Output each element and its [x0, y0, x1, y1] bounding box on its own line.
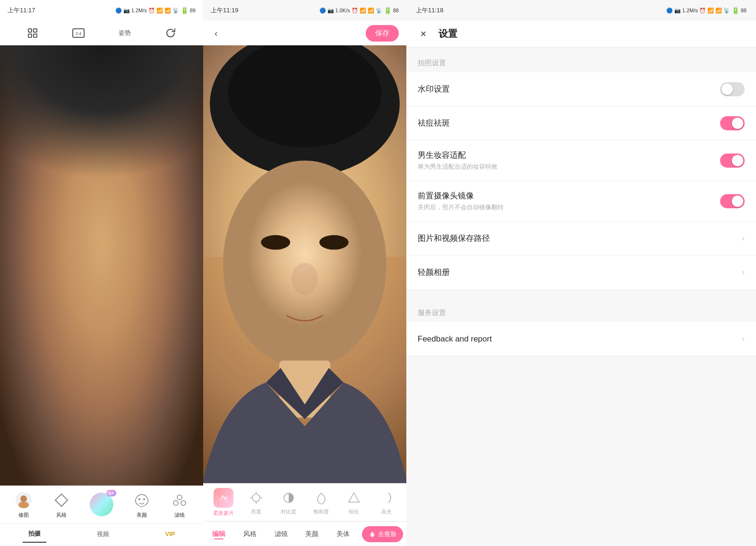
battery-right: 88: [741, 8, 747, 13]
settings-item-save-path[interactable]: 图片和视频保存路径 ›: [406, 222, 756, 256]
camera-panel: 上午11:17 🔵 📷 1.2M/s ⏰ 📶 📶 📡 🔋 89: [0, 0, 203, 546]
feedback-right: ›: [742, 334, 745, 344]
male-makeup-left: 男生妆容适配 将为男生适配合适的妆容特效: [418, 150, 498, 171]
svg-rect-6: [0, 45, 203, 486]
tab-video[interactable]: 视频: [91, 526, 115, 542]
svg-point-34: [252, 494, 260, 502]
feedback-title: Feedback and report: [418, 334, 492, 344]
edit-tool-saturation-label: 饱和度: [313, 508, 329, 515]
tool-beauty-face[interactable]: 美颜: [132, 491, 151, 519]
svg-rect-14: [76, 361, 128, 419]
slim-face-button[interactable]: 去瘦脸: [362, 526, 403, 542]
edit-tool-touchup[interactable]: 柔肤废片: [210, 488, 237, 517]
toolbar-refresh[interactable]: [164, 26, 177, 40]
time-right: 上午11:18: [416, 6, 444, 15]
svg-point-11: [58, 236, 87, 251]
male-makeup-subtitle: 将为男生适配合适的妆容特效: [418, 162, 498, 171]
acne-right: [720, 116, 745, 130]
tool-style-label: 风格: [56, 512, 67, 519]
toolbar-pose[interactable]: 姿势: [118, 26, 131, 40]
edit-tool-highlight[interactable]: 高光: [373, 489, 400, 515]
bottom-tools-row: 修图 风格 QA: [0, 486, 203, 523]
edit-tool-saturation[interactable]: 饱和度: [308, 489, 335, 515]
save-button[interactable]: 保存: [366, 25, 399, 42]
settings-item-feedback[interactable]: Feedback and report ›: [406, 322, 756, 356]
speed-mid: 1.0K/s: [335, 8, 350, 13]
editor-tab-filter[interactable]: 滤镜: [269, 526, 293, 542]
acne-toggle[interactable]: [720, 116, 745, 130]
beauty-icon: [132, 491, 151, 510]
svg-rect-2: [28, 34, 32, 37]
tab-vip[interactable]: VIP: [160, 527, 181, 541]
settings-item-male-makeup: 男生妆容适配 将为男生适配合适的妆容特效: [406, 140, 756, 181]
toolbar-ratio[interactable]: 3:4: [72, 26, 85, 40]
camera-face-image: [0, 45, 203, 486]
tool-edit[interactable]: 修图: [14, 491, 33, 519]
settings-item-acne: 祛痘祛斑: [406, 106, 756, 140]
edit-tool-contrast[interactable]: 对比度: [275, 489, 302, 515]
bottom-tabs: 拍摄 视频 VIP: [0, 523, 203, 544]
speed-left: 1.2M/s: [131, 8, 147, 13]
watermark-toggle[interactable]: [720, 82, 745, 96]
tab-photo[interactable]: 拍摄: [23, 526, 46, 543]
back-button[interactable]: ‹: [211, 26, 222, 41]
settings-nav: × 设置: [406, 21, 756, 47]
edit-tool-highlight-label: 高光: [381, 508, 392, 515]
svg-point-13: [87, 262, 116, 299]
highlight-icon: [378, 489, 395, 506]
svg-rect-7: [0, 265, 203, 486]
edit-tool-sharpness-label: 锐化: [349, 508, 359, 515]
svg-rect-1: [34, 29, 37, 32]
tool-beauty-main[interactable]: QA: [90, 493, 113, 516]
editor-tab-body[interactable]: 美体: [331, 526, 355, 542]
watermark-right: [720, 82, 745, 96]
section-spacer-2: [406, 356, 756, 364]
battery-mid: 88: [393, 8, 399, 13]
edit-tool-sharpness[interactable]: 锐化: [341, 489, 367, 515]
contrast-icon: [280, 489, 297, 506]
close-button[interactable]: ×: [416, 26, 431, 42]
svg-point-8: [6, 45, 197, 178]
svg-point-10: [21, 163, 182, 368]
diamond-icon: [52, 491, 71, 510]
settings-item-watermark: 水印设置: [406, 72, 756, 106]
camera-toolbar: 3:4 姿势: [0, 21, 203, 45]
camera-preview: [0, 45, 203, 486]
bottom-controls: 修图 风格 QA: [0, 486, 203, 546]
edit-tool-brightness-label: 亮度: [251, 508, 261, 515]
editor-preview: [203, 45, 406, 483]
front-mirror-toggle[interactable]: [720, 194, 745, 208]
watermark-left: 水印设置: [418, 84, 450, 94]
editor-nav: ‹ 保存: [203, 21, 406, 45]
settings-content: 拍照设置 水印设置 祛痘祛斑: [406, 47, 756, 546]
tool-filter[interactable]: 滤镜: [170, 491, 189, 519]
male-makeup-toggle[interactable]: [720, 154, 745, 168]
front-mirror-subtitle: 关闭后，照片不会自动镜像翻转: [418, 203, 504, 212]
settings-item-album[interactable]: 轻颜相册 ›: [406, 256, 756, 290]
svg-point-9: [28, 45, 175, 141]
edit-tool-brightness[interactable]: 亮度: [243, 489, 269, 515]
editor-tab-beauty[interactable]: 美颜: [300, 526, 324, 542]
toggle-knob: [732, 118, 743, 129]
male-makeup-right: [720, 154, 745, 168]
acne-left: 祛痘祛斑: [418, 118, 450, 128]
svg-marker-40: [349, 493, 359, 502]
section-spacer: [406, 290, 756, 297]
chevron-right-icon: ›: [742, 233, 745, 243]
svg-point-16: [20, 495, 27, 502]
saturation-icon: [313, 489, 330, 506]
menu-icon: [26, 26, 39, 40]
tool-edit-label: 修图: [18, 512, 29, 519]
svg-point-22: [173, 501, 178, 505]
tool-style[interactable]: 风格: [52, 491, 71, 519]
acne-title: 祛痘祛斑: [418, 118, 450, 128]
toolbar-menu[interactable]: [26, 26, 39, 40]
editor-tab-edit[interactable]: 编辑: [206, 526, 231, 542]
ratio-icon: 3:4: [72, 26, 85, 40]
status-bar-left: 上午11:17 🔵 📷 1.2M/s ⏰ 📶 📶 📡 🔋 89: [0, 0, 203, 21]
editor-tab-style[interactable]: 风格: [238, 526, 262, 542]
svg-point-20: [143, 498, 145, 500]
edit-icon: [14, 491, 33, 510]
svg-point-12: [116, 236, 146, 251]
edit-tool-contrast-label: 对比度: [281, 508, 296, 515]
